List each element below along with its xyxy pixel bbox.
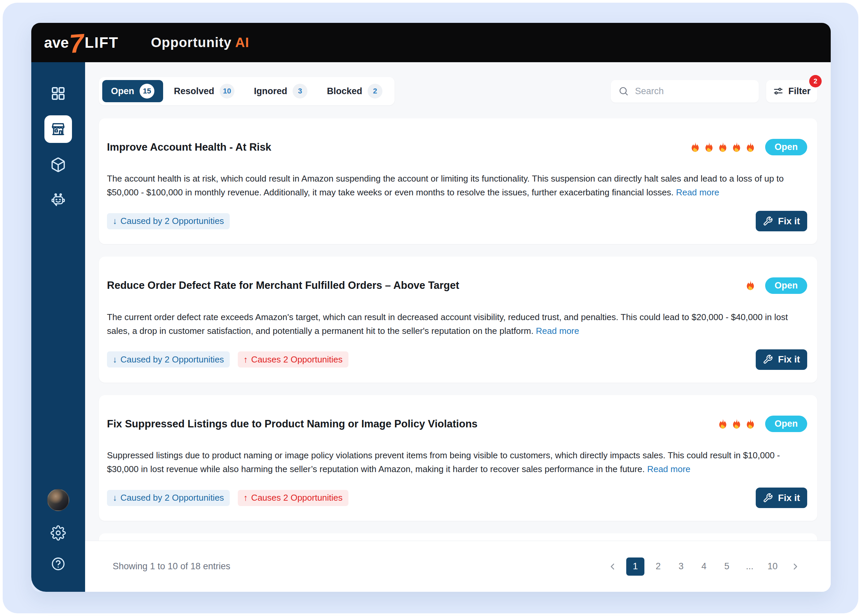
wrench-icon [763,493,773,503]
status-badge: Open [765,416,807,432]
store-icon [50,121,66,137]
cube-icon [50,157,66,173]
tab-count-badge: 3 [292,84,307,99]
user-avatar[interactable] [47,489,69,511]
arrow-down-icon: ↓ [113,216,117,226]
filter-sliders-icon [773,86,784,96]
list-footer: Showing 1 to 10 of 18 entries 12345...10 [85,541,831,592]
page-title-accent: AI [235,35,249,50]
card-title: Improve Account Health - At Risk [107,141,680,153]
fire-icon [744,280,756,292]
opportunity-card: Improve Account Health - At Risk Open Th… [99,118,817,244]
sidebar-nav [44,80,72,222]
caused-opportunities-chip[interactable]: ↓Caused by 2 Opportunities [107,351,230,368]
severity-fires [744,280,756,292]
tab-count-badge: 15 [140,84,154,99]
tab-blocked[interactable]: Blocked 2 [318,80,391,102]
main-content: Open 15 Resolved 10 Ignored 3 Blocked 2 [85,62,831,592]
logo-text-pre: ave [44,34,69,51]
opportunity-list: Improve Account Health - At Risk Open Th… [85,105,831,541]
wrench-icon [763,216,773,226]
page-button-5[interactable]: 5 [718,558,736,576]
sidebar-item-dashboard[interactable] [44,80,72,107]
arrow-down-icon: ↓ [113,354,117,365]
severity-fires [717,418,756,430]
card-description: The account health is at risk, which cou… [107,172,806,200]
next-page-button[interactable] [786,558,804,576]
sidebar-item-store[interactable] [44,115,72,143]
fire-icon [731,418,743,430]
wrench-icon [763,354,773,365]
fire-icon [731,141,743,153]
card-description: Suppressed listings due to product namin… [107,449,806,476]
page-title: Opportunity AI [151,35,250,50]
robot-icon [50,192,66,209]
tab-open[interactable]: Open 15 [102,80,163,102]
opportunity-card: Reduce Order Defect Rate for Merchant Fu… [99,256,817,382]
app-window: ave7LIFT Opportunity AI [31,23,831,592]
page-button-3[interactable]: 3 [672,558,690,576]
tab-count-badge: 2 [368,84,382,99]
sidebar-item-products[interactable] [44,151,72,179]
fire-icon [703,141,715,153]
card-title: Fix Suppressed Listings due to Product N… [107,418,708,430]
page-button-1[interactable]: 1 [626,558,644,576]
search-input[interactable] [634,86,751,97]
caused-opportunities-chip[interactable]: ↓Caused by 2 Opportunities [107,213,230,229]
search-icon [618,86,629,96]
sidebar-bottom [47,489,69,573]
page-background: ave7LIFT Opportunity AI [3,3,858,613]
search-box [611,80,759,102]
gear-icon[interactable] [50,525,66,542]
tab-resolved[interactable]: Resolved 10 [165,80,243,102]
pagination: 12345...10 [603,558,804,576]
toolbar: Open 15 Resolved 10 Ignored 3 Blocked 2 [99,77,817,105]
causes-opportunities-chip[interactable]: ↑Causes 2 Opportunities [238,351,349,368]
sidebar-item-assistant[interactable] [44,187,72,214]
page-button-10[interactable]: 10 [764,558,782,576]
read-more-link[interactable]: Read more [647,464,690,474]
fire-icon [744,418,756,430]
status-badge: Open [765,139,807,156]
fire-icon [717,418,729,430]
severity-fires [689,141,756,153]
card-description: The current order defect rate exceeds Am… [107,310,806,338]
opportunity-card: Fix Suppressed Listings due to Product N… [99,395,817,521]
tab-count-badge: 10 [220,84,234,99]
status-tabs: Open 15 Resolved 10 Ignored 3 Blocked 2 [99,77,394,105]
fire-icon [689,141,701,153]
filter-button[interactable]: Filter 2 [766,80,817,102]
read-more-link[interactable]: Read more [676,187,720,197]
opportunity-card: Valid Tracking Rate – Currently Below Am… [99,533,817,541]
prev-page-button[interactable] [603,558,622,576]
logo-accent-seven: 7 [69,43,84,44]
tab-ignored[interactable]: Ignored 3 [245,80,316,102]
page-button-4[interactable]: 4 [695,558,713,576]
page-button-2[interactable]: 2 [649,558,667,576]
caused-opportunities-chip[interactable]: ↓Caused by 2 Opportunities [107,490,230,506]
fix-it-button[interactable]: Fix it [756,211,807,231]
grid-icon [50,85,66,102]
arrow-up-icon: ↑ [244,493,248,503]
causes-opportunities-chip[interactable]: ↑Causes 2 Opportunities [238,490,349,506]
logo-text-post: LIFT [85,34,119,51]
entries-summary: Showing 1 to 10 of 18 entries [113,561,230,572]
help-icon[interactable] [50,556,66,573]
app-header: ave7LIFT Opportunity AI [31,23,831,62]
arrow-up-icon: ↑ [244,354,248,365]
page-ellipsis: ... [741,558,759,576]
filter-label: Filter [788,86,811,96]
brand-logo: ave7LIFT [44,34,119,51]
status-badge: Open [765,277,807,294]
fix-it-button[interactable]: Fix it [756,349,807,370]
arrow-down-icon: ↓ [113,493,117,503]
filter-badge: 2 [809,75,822,87]
chevron-left-icon [607,561,617,572]
card-title: Reduce Order Defect Rate for Merchant Fu… [107,280,735,292]
fire-icon [744,141,756,153]
chevron-right-icon [790,561,800,572]
sidebar [31,62,85,592]
read-more-link[interactable]: Read more [536,326,579,336]
fire-icon [717,141,729,153]
fix-it-button[interactable]: Fix it [756,487,807,508]
